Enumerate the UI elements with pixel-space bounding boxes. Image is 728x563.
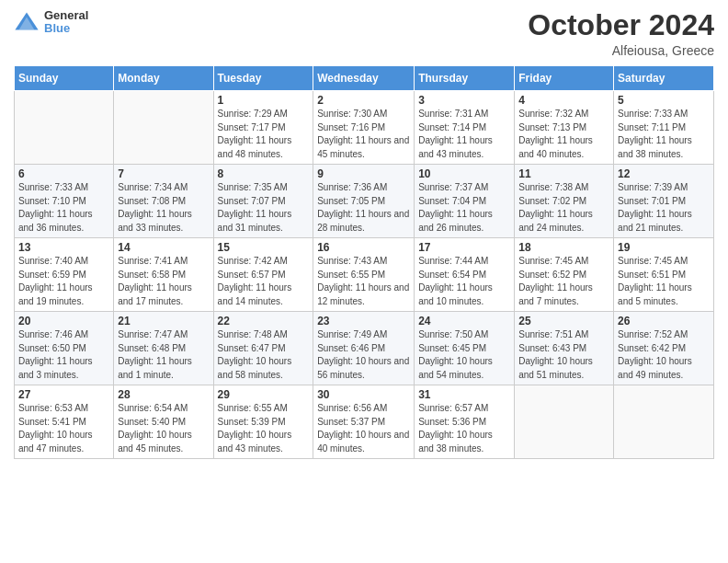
- day-info: Sunrise: 7:51 AMSunset: 6:43 PMDaylight:…: [518, 328, 609, 382]
- day-number: 29: [218, 388, 310, 401]
- day-info: Sunrise: 7:30 AMSunset: 7:16 PMDaylight:…: [317, 108, 410, 161]
- col-header-sunday: Sunday: [15, 66, 114, 91]
- day-info: Sunrise: 7:49 AMSunset: 6:46 PMDaylight:…: [317, 328, 410, 382]
- logo: General Blue: [14, 9, 88, 36]
- day-info: Sunrise: 6:55 AMSunset: 5:39 PMDaylight:…: [218, 402, 310, 455]
- day-number: 23: [317, 315, 410, 327]
- day-cell: 3Sunrise: 7:31 AMSunset: 7:14 PMDaylight…: [415, 91, 515, 165]
- page: General Blue October 2024 Alfeiousa, Gre…: [0, 0, 728, 563]
- day-info: Sunrise: 7:29 AMSunset: 7:17 PMDaylight:…: [218, 108, 310, 161]
- header: General Blue October 2024 Alfeiousa, Gre…: [14, 9, 714, 58]
- day-number: 25: [518, 315, 609, 327]
- day-info: Sunrise: 7:33 AMSunset: 7:11 PMDaylight:…: [618, 108, 710, 161]
- day-info: Sunrise: 6:54 AMSunset: 5:40 PMDaylight:…: [118, 402, 209, 455]
- week-row-1: 1Sunrise: 7:29 AMSunset: 7:17 PMDaylight…: [15, 91, 714, 165]
- day-cell: 29Sunrise: 6:55 AMSunset: 5:39 PMDayligh…: [213, 385, 313, 459]
- day-info: Sunrise: 7:35 AMSunset: 7:07 PMDaylight:…: [218, 181, 310, 235]
- day-cell: 6Sunrise: 7:33 AMSunset: 7:10 PMDaylight…: [15, 165, 114, 238]
- day-cell: 12Sunrise: 7:39 AMSunset: 7:01 PMDayligh…: [614, 165, 714, 238]
- day-number: 20: [18, 315, 109, 327]
- day-cell: 26Sunrise: 7:52 AMSunset: 6:42 PMDayligh…: [614, 312, 714, 385]
- day-info: Sunrise: 7:34 AMSunset: 7:08 PMDaylight:…: [118, 181, 209, 235]
- day-info: Sunrise: 7:32 AMSunset: 7:13 PMDaylight:…: [518, 108, 609, 161]
- col-header-saturday: Saturday: [614, 66, 714, 91]
- day-cell: 22Sunrise: 7:48 AMSunset: 6:47 PMDayligh…: [213, 312, 313, 385]
- day-cell: 31Sunrise: 6:57 AMSunset: 5:36 PMDayligh…: [415, 385, 515, 459]
- week-row-5: 27Sunrise: 6:53 AMSunset: 5:41 PMDayligh…: [15, 385, 714, 459]
- day-number: 3: [418, 94, 510, 107]
- day-cell: 15Sunrise: 7:42 AMSunset: 6:57 PMDayligh…: [213, 238, 313, 312]
- day-number: 24: [418, 315, 510, 327]
- col-header-wednesday: Wednesday: [313, 66, 415, 91]
- col-header-friday: Friday: [515, 66, 614, 91]
- day-cell: 18Sunrise: 7:45 AMSunset: 6:52 PMDayligh…: [515, 238, 614, 312]
- day-cell: 4Sunrise: 7:32 AMSunset: 7:13 PMDaylight…: [515, 91, 614, 165]
- day-cell: [515, 385, 614, 459]
- day-number: 17: [418, 241, 510, 254]
- logo-line1: General: [44, 9, 88, 22]
- day-number: 31: [418, 388, 510, 401]
- day-number: 9: [317, 167, 410, 180]
- day-cell: 11Sunrise: 7:38 AMSunset: 7:02 PMDayligh…: [515, 165, 614, 238]
- col-header-monday: Monday: [114, 66, 213, 91]
- title-block: October 2024 Alfeiousa, Greece: [528, 9, 714, 58]
- day-cell: 9Sunrise: 7:36 AMSunset: 7:05 PMDaylight…: [313, 165, 415, 238]
- day-info: Sunrise: 7:38 AMSunset: 7:02 PMDaylight:…: [518, 181, 609, 235]
- day-info: Sunrise: 7:31 AMSunset: 7:14 PMDaylight:…: [418, 108, 510, 161]
- day-number: 16: [317, 241, 410, 254]
- day-cell: 1Sunrise: 7:29 AMSunset: 7:17 PMDaylight…: [213, 91, 313, 165]
- logo-text: General Blue: [44, 9, 88, 36]
- col-header-thursday: Thursday: [415, 66, 515, 91]
- month-year: October 2024: [528, 9, 714, 41]
- day-cell: 21Sunrise: 7:47 AMSunset: 6:48 PMDayligh…: [114, 312, 213, 385]
- day-info: Sunrise: 7:43 AMSunset: 6:55 PMDaylight:…: [317, 255, 410, 308]
- day-number: 1: [218, 94, 310, 107]
- day-cell: 8Sunrise: 7:35 AMSunset: 7:07 PMDaylight…: [213, 165, 313, 238]
- day-cell: 20Sunrise: 7:46 AMSunset: 6:50 PMDayligh…: [15, 312, 114, 385]
- col-header-tuesday: Tuesday: [213, 66, 313, 91]
- day-number: 7: [118, 167, 209, 180]
- day-cell: 30Sunrise: 6:56 AMSunset: 5:37 PMDayligh…: [313, 385, 415, 459]
- day-number: 11: [518, 167, 609, 180]
- day-info: Sunrise: 7:44 AMSunset: 6:54 PMDaylight:…: [418, 255, 510, 308]
- day-number: 30: [317, 388, 410, 401]
- day-cell: 24Sunrise: 7:50 AMSunset: 6:45 PMDayligh…: [415, 312, 515, 385]
- day-cell: 16Sunrise: 7:43 AMSunset: 6:55 PMDayligh…: [313, 238, 415, 312]
- day-cell: 27Sunrise: 6:53 AMSunset: 5:41 PMDayligh…: [15, 385, 114, 459]
- day-number: 28: [118, 388, 209, 401]
- day-number: 12: [618, 167, 710, 180]
- logo-icon: [14, 9, 40, 35]
- day-cell: 10Sunrise: 7:37 AMSunset: 7:04 PMDayligh…: [415, 165, 515, 238]
- calendar-body: 1Sunrise: 7:29 AMSunset: 7:17 PMDaylight…: [15, 91, 714, 459]
- day-info: Sunrise: 7:36 AMSunset: 7:05 PMDaylight:…: [317, 181, 410, 235]
- day-cell: [614, 385, 714, 459]
- day-number: 21: [118, 315, 209, 327]
- day-number: 4: [518, 94, 609, 107]
- calendar: SundayMondayTuesdayWednesdayThursdayFrid…: [14, 65, 714, 459]
- day-cell: 28Sunrise: 6:54 AMSunset: 5:40 PMDayligh…: [114, 385, 213, 459]
- day-info: Sunrise: 7:41 AMSunset: 6:58 PMDaylight:…: [118, 255, 209, 308]
- day-cell: 7Sunrise: 7:34 AMSunset: 7:08 PMDaylight…: [114, 165, 213, 238]
- day-info: Sunrise: 7:47 AMSunset: 6:48 PMDaylight:…: [118, 328, 209, 382]
- day-info: Sunrise: 7:39 AMSunset: 7:01 PMDaylight:…: [618, 181, 710, 235]
- day-cell: 25Sunrise: 7:51 AMSunset: 6:43 PMDayligh…: [515, 312, 614, 385]
- day-number: 8: [218, 167, 310, 180]
- week-row-4: 20Sunrise: 7:46 AMSunset: 6:50 PMDayligh…: [15, 312, 714, 385]
- day-cell: 5Sunrise: 7:33 AMSunset: 7:11 PMDaylight…: [614, 91, 714, 165]
- day-number: 27: [18, 388, 109, 401]
- day-info: Sunrise: 7:46 AMSunset: 6:50 PMDaylight:…: [18, 328, 109, 382]
- day-cell: 17Sunrise: 7:44 AMSunset: 6:54 PMDayligh…: [415, 238, 515, 312]
- day-number: 15: [218, 241, 310, 254]
- day-info: Sunrise: 7:48 AMSunset: 6:47 PMDaylight:…: [218, 328, 310, 382]
- day-info: Sunrise: 7:50 AMSunset: 6:45 PMDaylight:…: [418, 328, 510, 382]
- day-info: Sunrise: 6:53 AMSunset: 5:41 PMDaylight:…: [18, 402, 109, 455]
- day-number: 2: [317, 94, 410, 107]
- day-info: Sunrise: 6:57 AMSunset: 5:36 PMDaylight:…: [418, 402, 510, 455]
- day-info: Sunrise: 7:45 AMSunset: 6:51 PMDaylight:…: [618, 255, 710, 308]
- day-number: 13: [18, 241, 109, 254]
- day-number: 19: [618, 241, 710, 254]
- week-row-2: 6Sunrise: 7:33 AMSunset: 7:10 PMDaylight…: [15, 165, 714, 238]
- day-cell: 19Sunrise: 7:45 AMSunset: 6:51 PMDayligh…: [614, 238, 714, 312]
- day-info: Sunrise: 7:52 AMSunset: 6:42 PMDaylight:…: [618, 328, 710, 382]
- logo-line2: Blue: [44, 22, 88, 35]
